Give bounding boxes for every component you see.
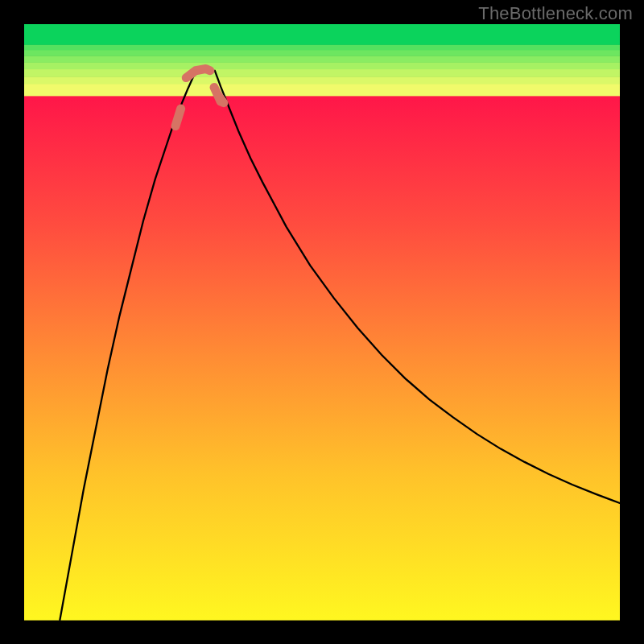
chart-svg [0, 0, 644, 644]
chart-stage: TheBottleneck.com [0, 0, 644, 644]
background-bands [24, 24, 620, 621]
short-segment [175, 109, 181, 126]
svg-rect-2 [24, 76, 620, 84]
svg-rect-1 [24, 84, 620, 96]
short-segment [218, 96, 224, 103]
svg-rect-8 [24, 24, 620, 45]
svg-rect-4 [24, 62, 620, 69]
svg-rect-6 [24, 50, 620, 56]
svg-rect-3 [24, 69, 620, 77]
watermark-text: TheBottleneck.com [478, 3, 633, 24]
svg-rect-5 [24, 56, 620, 63]
svg-rect-7 [24, 44, 620, 50]
svg-rect-0 [24, 96, 620, 621]
